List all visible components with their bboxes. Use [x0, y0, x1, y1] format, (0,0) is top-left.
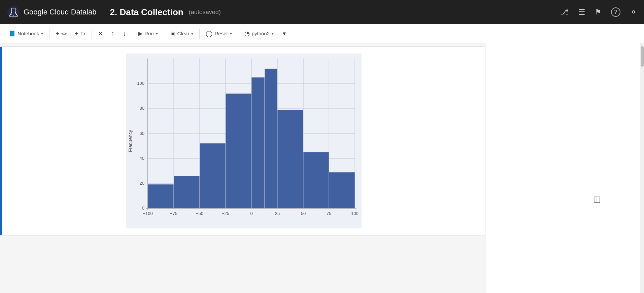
svg-rect-23: [174, 176, 200, 208]
run-icon: ▶: [138, 30, 142, 37]
kernel-icon: ◔: [244, 30, 250, 37]
reset-dropdown-arrow: ▾: [230, 31, 232, 36]
help-icon[interactable]: ?: [611, 7, 620, 17]
svg-point-3: [15, 13, 16, 14]
svg-text:40: 40: [139, 156, 144, 161]
cell-output: 0 20 40 60 80 100 −100 −75 −50 −25 0 25 …: [2, 47, 485, 235]
svg-text:80: 80: [139, 106, 144, 111]
cursor-area: ◫: [485, 43, 640, 293]
move-up-button[interactable]: ↑: [108, 28, 118, 39]
add-text-plus-icon: +: [75, 30, 79, 37]
toolbar-divider-2: [92, 29, 92, 39]
svg-text:60: 60: [139, 131, 144, 136]
scrollbar-thumb[interactable]: [641, 46, 644, 67]
kernel-label: python2: [252, 31, 270, 36]
move-down-icon: ↓: [123, 30, 126, 37]
svg-text:20: 20: [139, 181, 144, 186]
more-icon: ▼: [282, 31, 287, 36]
clear-button[interactable]: ▣ Clear ▾: [167, 28, 197, 39]
svg-text:75: 75: [326, 211, 331, 216]
svg-rect-27: [265, 69, 277, 208]
toolbar-divider-3: [132, 29, 132, 39]
app-header: Google Cloud Datalab 2. Data Collection …: [0, 0, 644, 24]
svg-text:0: 0: [142, 206, 144, 211]
output-cell: 0 20 40 60 80 100 −100 −75 −50 −25 0 25 …: [0, 46, 485, 235]
kernel-button[interactable]: ◔ python2 ▾: [241, 28, 277, 39]
git-icon[interactable]: ⎇: [560, 8, 569, 16]
kernel-dropdown-arrow: ▾: [272, 31, 274, 36]
add-code-icon: <>: [61, 31, 67, 36]
notebook-icon: 📘: [9, 30, 15, 37]
header-icons: ⎇ ☰ ⚑ ? ⚬: [560, 7, 637, 17]
svg-point-1: [10, 13, 12, 15]
reset-icon: ◯: [206, 30, 212, 37]
main-content: 0 20 40 60 80 100 −100 −75 −50 −25 0 25 …: [0, 43, 644, 293]
menu-icon[interactable]: ☰: [578, 7, 585, 17]
svg-text:100: 100: [137, 81, 144, 86]
svg-point-2: [13, 15, 14, 16]
reset-button[interactable]: ◯ Reset ▾: [202, 28, 235, 39]
svg-rect-25: [226, 94, 251, 208]
toolbar-divider-4: [164, 29, 164, 39]
toolbar: 📘 Notebook ▾ + <> + Tт ✕ ↑ ↓ ▶ Run ▾ ▣ C…: [0, 24, 644, 43]
logo-icon: [7, 5, 20, 19]
toolbar-divider-6: [238, 29, 238, 39]
svg-text:0: 0: [250, 211, 252, 216]
toolbar-divider-5: [199, 29, 200, 39]
svg-text:−75: −75: [170, 211, 177, 216]
svg-rect-26: [251, 77, 265, 208]
svg-text:50: 50: [301, 211, 305, 216]
notebook-title: 2. Data Collection: [110, 7, 183, 17]
svg-text:25: 25: [275, 211, 279, 216]
svg-rect-24: [200, 143, 226, 208]
vertical-scrollbar[interactable]: [640, 43, 644, 293]
histogram-chart: 0 20 40 60 80 100 −100 −75 −50 −25 0 25 …: [126, 53, 362, 228]
svg-rect-29: [303, 152, 329, 208]
svg-text:100: 100: [351, 211, 359, 216]
notebook-area[interactable]: 0 20 40 60 80 100 −100 −75 −50 −25 0 25 …: [0, 43, 485, 293]
run-button[interactable]: ▶ Run ▾: [135, 28, 161, 39]
svg-text:−50: −50: [196, 211, 203, 216]
svg-text:−100: −100: [143, 211, 152, 216]
add-code-plus-icon: +: [56, 30, 59, 37]
add-text-icon: Tт: [80, 31, 86, 36]
svg-rect-22: [148, 184, 174, 208]
move-up-icon: ↑: [111, 30, 114, 37]
run-label: Run: [144, 31, 154, 36]
clear-label: Clear: [177, 31, 190, 36]
move-down-button[interactable]: ↓: [119, 28, 129, 39]
svg-text:Frequency: Frequency: [128, 130, 133, 152]
delete-icon: ✕: [98, 30, 103, 37]
account-icon[interactable]: ⚬: [630, 7, 637, 17]
svg-text:−25: −25: [222, 211, 229, 216]
add-code-button[interactable]: + <>: [52, 28, 70, 39]
bookmark-icon[interactable]: ⚑: [595, 8, 602, 16]
run-dropdown-arrow: ▾: [156, 31, 158, 36]
svg-rect-30: [329, 172, 355, 208]
histogram-svg: 0 20 40 60 80 100 −100 −75 −50 −25 0 25 …: [126, 53, 362, 228]
right-panel: ◫: [485, 43, 640, 293]
clear-icon: ▣: [170, 30, 175, 37]
clear-dropdown-arrow: ▾: [191, 31, 193, 36]
notebook-label: Notebook: [18, 31, 39, 36]
delete-cell-button[interactable]: ✕: [95, 28, 106, 39]
notebook-menu-button[interactable]: 📘 Notebook ▾: [5, 28, 46, 39]
svg-rect-28: [277, 110, 303, 208]
reset-label: Reset: [214, 31, 228, 36]
autosaved-status: (autosaved): [189, 9, 221, 16]
notebook-dropdown-arrow: ▾: [41, 31, 43, 36]
logo-text: Google Cloud Datalab: [24, 8, 96, 16]
cursor-icon: ◫: [593, 194, 601, 204]
logo: Google Cloud Datalab: [7, 5, 96, 19]
toolbar-divider-1: [49, 29, 49, 39]
more-button[interactable]: ▼: [278, 29, 290, 38]
add-text-button[interactable]: + Tт: [72, 28, 89, 39]
